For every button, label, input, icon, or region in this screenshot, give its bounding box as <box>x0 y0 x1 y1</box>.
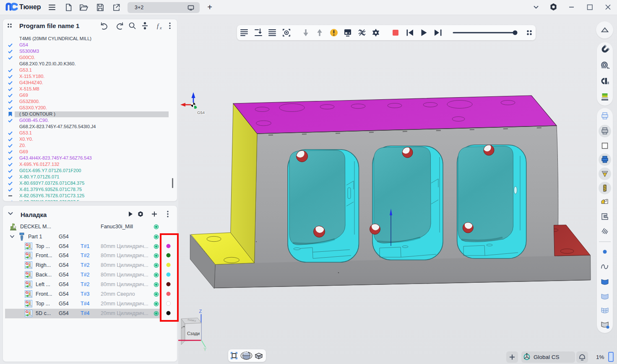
svg-text:Y: Y <box>203 347 207 352</box>
svg-text:G: G <box>26 300 29 304</box>
svg-text:G: G <box>26 281 29 285</box>
svg-text:x: x <box>159 26 162 30</box>
svg-text:G: G <box>26 243 29 247</box>
svg-text:G: G <box>26 290 29 294</box>
svg-text:f: f <box>157 23 159 29</box>
svg-text:Сзади: Сзади <box>187 331 200 336</box>
svg-text:Z: Z <box>199 309 202 314</box>
svg-text:G: G <box>26 252 29 256</box>
svg-text:G: G <box>26 271 29 275</box>
svg-text:G: G <box>26 261 29 266</box>
svg-text:G54: G54 <box>197 110 205 115</box>
svg-text:G: G <box>26 310 29 314</box>
svg-text:Global CS: Global CS <box>534 354 560 360</box>
